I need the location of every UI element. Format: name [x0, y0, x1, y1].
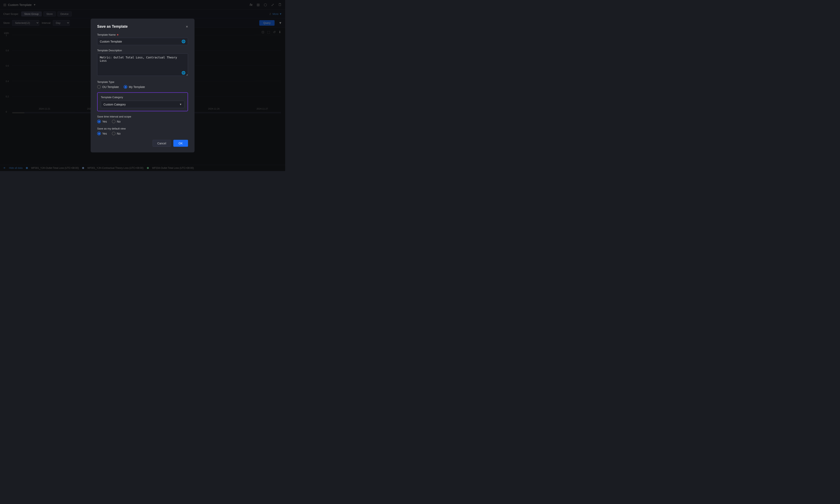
radio-ou-template[interactable]: OU Template [97, 85, 119, 89]
modal-header: Save as Template × [97, 24, 188, 29]
default-yes-label: Yes [102, 132, 107, 135]
save-time-interval-group: Save time interval and scope Yes No [97, 115, 188, 123]
save-default-view-group: Save as my default view Yes No [97, 127, 188, 136]
template-description-wrapper: Metric: Outlet Total Loss, Contractual T… [97, 54, 188, 77]
save-default-view-radio-group: Yes No [97, 132, 188, 136]
template-category-select[interactable]: Custom Category Default Category [101, 101, 184, 108]
template-description-group: Template Description Metric: Outlet Tota… [97, 49, 188, 77]
template-name-input[interactable] [97, 38, 188, 45]
globe-icon-name: 🌐 [181, 39, 185, 43]
radio-circle-ou [97, 85, 101, 89]
radio-my-template[interactable]: My Template [124, 85, 145, 89]
radio-circle-default-yes [97, 132, 101, 136]
save-time-interval-radio-group: Yes No [97, 120, 188, 123]
my-template-label: My Template [129, 85, 145, 89]
template-name-label: Template Name ★ [97, 33, 188, 36]
radio-default-no[interactable]: No [112, 132, 121, 136]
template-description-textarea[interactable]: Metric: Outlet Total Loss, Contractual T… [97, 54, 188, 76]
default-no-label: No [117, 132, 121, 135]
radio-time-yes[interactable]: Yes [97, 120, 107, 123]
modal-footer: Cancel OK [97, 140, 188, 147]
template-name-input-wrapper: 🌐 [97, 38, 188, 45]
save-time-interval-label: Save time interval and scope [97, 115, 188, 118]
radio-time-no[interactable]: No [112, 120, 121, 123]
radio-inner-my [125, 86, 126, 88]
radio-circle-my [124, 85, 127, 89]
template-type-radio-group: OU Template My Template [97, 85, 188, 89]
required-star: ★ [117, 33, 119, 36]
template-name-group: Template Name ★ 🌐 [97, 33, 188, 45]
template-category-select-wrapper: Custom Category Default Category ▼ [101, 101, 184, 108]
radio-circle-time-no [112, 120, 115, 123]
template-description-label: Template Description [97, 49, 188, 52]
ou-template-label: OU Template [102, 85, 119, 89]
time-no-label: No [117, 120, 121, 123]
ok-button[interactable]: OK [173, 140, 188, 147]
template-category-section: Template Category Custom Category Defaul… [97, 92, 188, 111]
template-type-label: Template Type [97, 80, 188, 84]
radio-circle-time-yes [97, 120, 101, 123]
radio-inner-default-yes [98, 132, 100, 134]
template-type-group: Template Type OU Template My Template [97, 80, 188, 89]
radio-default-yes[interactable]: Yes [97, 132, 107, 136]
save-default-view-label: Save as my default view [97, 127, 188, 130]
modal-title: Save as Template [97, 24, 128, 29]
time-yes-label: Yes [102, 120, 107, 123]
modal-close-button[interactable]: × [186, 25, 188, 28]
radio-inner-time-yes [98, 121, 100, 122]
cancel-button[interactable]: Cancel [153, 140, 171, 147]
template-category-label: Template Category [101, 96, 184, 99]
save-as-template-modal: Save as Template × Template Name ★ 🌐 Tem… [91, 19, 195, 152]
radio-circle-default-no [112, 132, 115, 136]
globe-icon-description: 🌐 [181, 71, 185, 75]
